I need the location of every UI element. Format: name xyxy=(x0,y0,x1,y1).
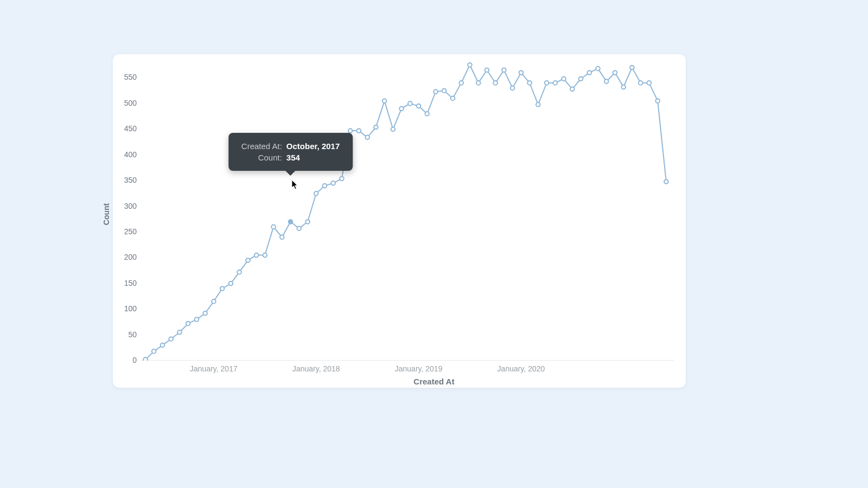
chart-line-series[interactable] xyxy=(145,65,666,359)
chart-data-point[interactable] xyxy=(561,77,566,81)
chart-data-point[interactable] xyxy=(169,337,173,341)
y-axis-tick: 150 xyxy=(120,279,137,287)
chart-data-point[interactable] xyxy=(271,225,276,229)
chart-data-point[interactable] xyxy=(382,99,387,103)
chart-data-point[interactable] xyxy=(186,322,190,326)
chart-data-point[interactable] xyxy=(203,311,207,316)
chart-data-point[interactable] xyxy=(570,87,575,92)
chart-data-point[interactable] xyxy=(280,235,284,240)
chart-data-point[interactable] xyxy=(340,177,344,181)
page-root: Count Created At 05010015020025030035040… xyxy=(0,0,868,488)
chart-data-point[interactable] xyxy=(459,81,464,85)
chart-data-point[interactable] xyxy=(656,99,660,103)
chart-data-point[interactable] xyxy=(451,97,455,101)
x-axis-tick: January, 2020 xyxy=(497,364,545,373)
chart-data-point[interactable] xyxy=(647,81,652,85)
chart-data-point[interactable] xyxy=(374,125,378,130)
chart-data-point[interactable] xyxy=(348,129,353,133)
chart-data-point[interactable] xyxy=(536,102,540,107)
chart-data-point[interactable] xyxy=(408,101,412,106)
chart-data-point[interactable] xyxy=(639,81,643,85)
chart-data-point[interactable] xyxy=(212,299,216,304)
tooltip-key-count: Count: xyxy=(239,152,284,163)
chart-data-point[interactable] xyxy=(263,253,267,258)
tooltip-value-count: 354 xyxy=(284,152,342,163)
x-axis-tick: January, 2019 xyxy=(395,364,443,373)
chart-tooltip: Created At: October, 2017 Count: 354 xyxy=(228,133,353,171)
chart-data-point[interactable] xyxy=(604,79,609,84)
y-axis-tick: 200 xyxy=(120,253,137,261)
y-axis-tick: 400 xyxy=(120,150,137,159)
y-axis-tick: 250 xyxy=(120,227,137,236)
chart-data-point[interactable] xyxy=(630,66,634,70)
chart-data-point[interactable] xyxy=(510,86,515,91)
x-axis-tick: January, 2018 xyxy=(292,364,340,373)
chart-data-point[interactable] xyxy=(161,343,165,348)
chart-data-point[interactable] xyxy=(323,184,327,188)
chart-data-point[interactable] xyxy=(314,191,318,196)
chart-data-point[interactable] xyxy=(220,286,225,291)
chart-data-point[interactable] xyxy=(485,68,489,72)
chart-data-point[interactable] xyxy=(305,220,310,224)
y-axis-tick: 0 xyxy=(120,356,137,364)
y-axis-label: Count xyxy=(102,203,111,225)
chart-data-point[interactable] xyxy=(553,81,558,85)
chart-data-point[interactable] xyxy=(519,70,524,75)
chart-data-point[interactable] xyxy=(502,68,506,72)
chart-data-point[interactable] xyxy=(579,77,583,81)
chart-data-point[interactable] xyxy=(391,127,395,132)
chart-data-point[interactable] xyxy=(365,136,369,140)
chart-data-point[interactable] xyxy=(596,67,600,71)
y-axis-tick: 300 xyxy=(120,202,137,210)
chart-data-point[interactable] xyxy=(417,104,421,108)
y-axis-tick: 350 xyxy=(120,176,137,184)
chart-data-point[interactable] xyxy=(152,349,156,354)
chart-data-point[interactable] xyxy=(246,258,250,262)
chart-data-point[interactable] xyxy=(588,70,592,75)
chart-data-point[interactable] xyxy=(254,253,259,258)
chart-data-point[interactable] xyxy=(399,107,404,111)
chart-data-point[interactable] xyxy=(357,129,361,133)
chart-data-point[interactable] xyxy=(195,317,199,322)
chart-data-point[interactable] xyxy=(143,357,148,361)
x-axis-label: Created At xyxy=(0,377,868,386)
tooltip-value-created-at: October, 2017 xyxy=(284,140,342,152)
chart-data-point[interactable] xyxy=(289,220,293,224)
x-axis-tick: January, 2017 xyxy=(190,364,238,373)
chart-data-point[interactable] xyxy=(545,81,549,85)
tooltip-key-created-at: Created At: xyxy=(239,140,284,152)
chart-data-point[interactable] xyxy=(433,89,438,94)
y-axis-tick: 450 xyxy=(120,124,137,133)
chart-data-point[interactable] xyxy=(493,81,497,85)
chart-plot[interactable] xyxy=(141,62,674,361)
chart-data-point[interactable] xyxy=(331,181,335,185)
chart-data-point[interactable] xyxy=(229,281,233,286)
chart-data-point[interactable] xyxy=(613,70,617,75)
chart-data-point[interactable] xyxy=(177,330,182,335)
y-axis-tick: 50 xyxy=(120,330,137,339)
chart-data-point[interactable] xyxy=(425,112,430,116)
chart-data-point[interactable] xyxy=(237,270,241,274)
chart-data-point[interactable] xyxy=(664,179,668,184)
y-axis-tick: 500 xyxy=(120,99,137,107)
y-axis-tick: 550 xyxy=(120,73,137,81)
chart-data-point[interactable] xyxy=(468,63,472,67)
chart-data-point[interactable] xyxy=(297,227,302,231)
chart-data-point[interactable] xyxy=(442,88,446,93)
chart-data-point[interactable] xyxy=(622,85,626,89)
y-axis-tick: 100 xyxy=(120,304,137,313)
chart-data-point[interactable] xyxy=(476,81,481,85)
chart-data-point[interactable] xyxy=(527,81,532,85)
